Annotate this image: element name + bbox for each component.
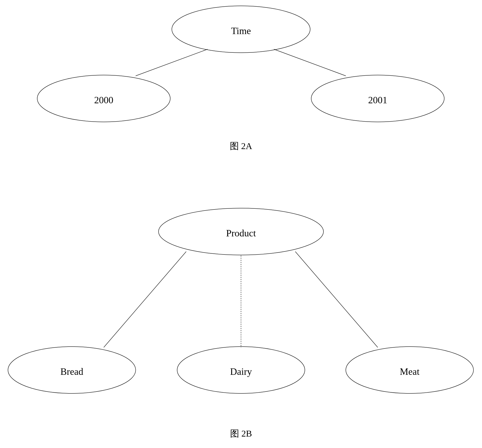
svg-text:2000: 2000 — [94, 95, 113, 105]
svg-text:图 2B: 图 2B — [230, 429, 252, 438]
svg-text:图 2A: 图 2A — [230, 141, 252, 151]
svg-line-11 — [295, 252, 378, 347]
page-container: Time 2000 2001 图 2A Product Bread Dairy … — [0, 0, 482, 448]
svg-text:Dairy: Dairy — [230, 366, 252, 377]
svg-text:2001: 2001 — [368, 95, 387, 105]
svg-text:Product: Product — [226, 228, 256, 239]
svg-text:Meat: Meat — [400, 366, 419, 377]
svg-line-1 — [274, 49, 346, 76]
svg-text:Bread: Bread — [60, 366, 83, 377]
svg-text:Time: Time — [231, 26, 251, 36]
diagrams-svg: Time 2000 2001 图 2A Product Bread Dairy … — [0, 0, 482, 448]
svg-line-9 — [104, 252, 186, 347]
svg-line-0 — [136, 49, 207, 76]
